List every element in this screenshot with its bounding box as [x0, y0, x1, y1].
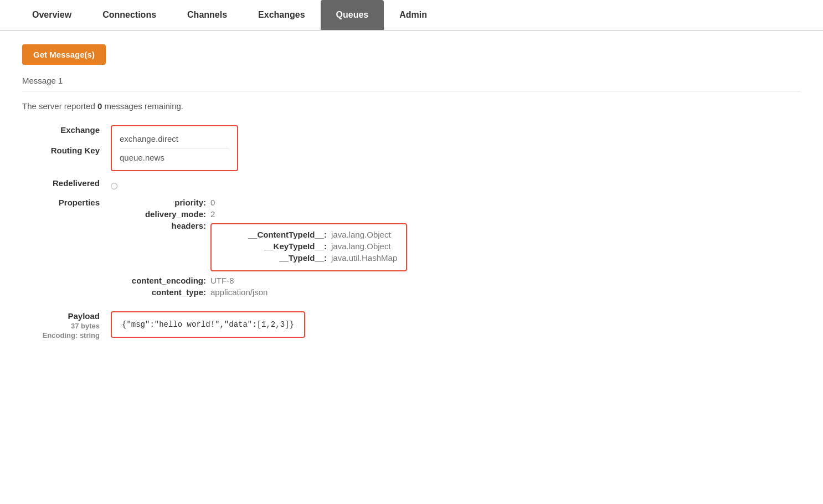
- content-type-value: application/json: [210, 287, 268, 297]
- priority-label: priority:: [111, 198, 210, 207]
- server-count: 0: [97, 101, 102, 111]
- payload-value-container: {"msg":"hello world!","data":[1,2,3]}: [111, 308, 801, 338]
- header1-val: java.lang.Object: [331, 230, 391, 239]
- content-encoding-label: content_encoding:: [111, 276, 210, 285]
- properties-row: Properties priority: 0 delivery_mode: 2: [22, 194, 801, 299]
- delivery-mode-value: 2: [210, 209, 215, 219]
- headers-row: headers: __ContentTypeId__: java.lang.Ob…: [111, 221, 801, 274]
- payload-row: Payload 37 bytes Encoding: string {"msg"…: [22, 308, 801, 340]
- payload-size: 37 bytes: [22, 322, 100, 330]
- main-content: Get Message(s) Message 1 The server repo…: [0, 31, 823, 356]
- navigation: Overview Connections Channels Exchanges …: [0, 0, 823, 31]
- payload-label-col: Payload 37 bytes Encoding: string: [22, 308, 111, 340]
- redelivered-circle-icon: [111, 183, 117, 189]
- properties-label: Properties: [22, 194, 111, 207]
- header1-key: __ContentTypeId__:: [220, 230, 331, 239]
- nav-exchanges[interactable]: Exchanges: [243, 0, 320, 30]
- content-encoding-row: content_encoding: UTF-8: [111, 276, 801, 285]
- get-messages-button[interactable]: Get Message(s): [22, 44, 106, 65]
- redelivered-label: Redelivered: [22, 175, 111, 188]
- server-text-suffix: messages remaining.: [102, 101, 183, 111]
- properties-block: priority: 0 delivery_mode: 2 headers: __: [111, 198, 801, 297]
- nav-connections[interactable]: Connections: [87, 0, 172, 30]
- exchange-row: Exchange exchange.direct queue.news: [22, 122, 801, 171]
- content-type-row: content_type: application/json: [111, 287, 801, 297]
- payload-box: {"msg":"hello world!","data":[1,2,3]}: [111, 311, 305, 338]
- header1-row: __ContentTypeId__: java.lang.Object: [220, 230, 397, 239]
- priority-value: 0: [210, 198, 215, 207]
- headers-label: headers:: [111, 221, 210, 230]
- delivery-mode-row: delivery_mode: 2: [111, 209, 801, 219]
- header3-key: __TypeId__:: [220, 253, 331, 263]
- header3-val: java.util.HashMap: [331, 253, 397, 263]
- routing-key-value: queue.news: [120, 151, 229, 164]
- nav-queues[interactable]: Queues: [321, 0, 384, 30]
- exchange-value-container: exchange.direct queue.news: [111, 122, 801, 171]
- header2-row: __KeyTypeId__: java.lang.Object: [220, 241, 397, 251]
- priority-row: priority: 0: [111, 198, 801, 207]
- content-type-label: content_type:: [111, 287, 210, 297]
- header3-row: __TypeId__: java.util.HashMap: [220, 253, 397, 263]
- exchange-label: Exchange: [22, 122, 111, 135]
- server-message: The server reported 0 messages remaining…: [22, 101, 801, 111]
- payload-encoding: Encoding: string: [22, 331, 100, 340]
- nav-channels[interactable]: Channels: [172, 0, 243, 30]
- delivery-mode-label: delivery_mode:: [111, 209, 210, 219]
- header2-val: java.lang.Object: [331, 241, 391, 251]
- redelivered-row: Redelivered: [22, 175, 801, 191]
- content-encoding-value: UTF-8: [210, 276, 234, 285]
- exchange-routing-box: exchange.direct queue.news: [111, 125, 238, 171]
- properties-value: priority: 0 delivery_mode: 2 headers: __: [111, 194, 801, 299]
- message-detail: Exchange exchange.direct queue.news Rout…: [22, 122, 801, 340]
- server-text-prefix: The server reported: [22, 101, 97, 111]
- nav-overview[interactable]: Overview: [17, 0, 87, 30]
- message-label: Message 1: [22, 76, 801, 91]
- headers-box: __ContentTypeId__: java.lang.Object __Ke…: [210, 223, 407, 271]
- header2-key: __KeyTypeId__:: [220, 241, 331, 251]
- payload-label: Payload: [22, 311, 100, 321]
- nav-admin[interactable]: Admin: [384, 0, 443, 30]
- routing-key-label: Routing Key: [22, 142, 111, 155]
- redelivered-value: [111, 175, 801, 191]
